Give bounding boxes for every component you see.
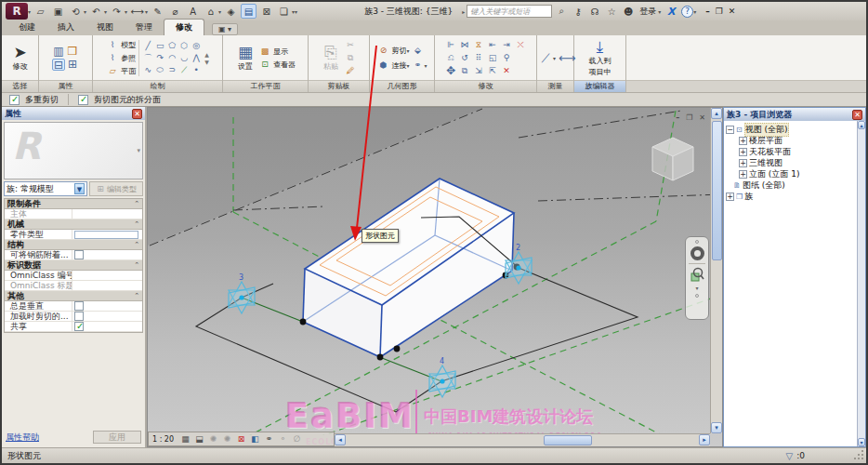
draw-scroll-up-icon[interactable]: ▲ bbox=[204, 51, 209, 58]
panel-label-select[interactable]: 选择 bbox=[2, 80, 38, 92]
rotate-icon[interactable]: ↺ bbox=[458, 52, 471, 64]
tree-item-3d-views[interactable]: + 三维视图 bbox=[726, 157, 857, 168]
crop-view-icon[interactable]: ⊠ bbox=[235, 434, 247, 444]
expand-icon[interactable]: + bbox=[739, 170, 747, 179]
trim-icon[interactable]: ⇥ bbox=[500, 39, 513, 51]
undo-caret-icon[interactable]: ▾ bbox=[104, 8, 107, 15]
shared-checkbox[interactable] bbox=[74, 322, 84, 331]
wall-joins-icon[interactable]: ⚭ bbox=[412, 60, 425, 72]
scale-button[interactable]: 1 : 20 bbox=[152, 435, 174, 444]
draw-circumscribed-polygon-icon[interactable]: ⬡ bbox=[178, 40, 191, 52]
sync-caret-icon[interactable]: ▾ bbox=[84, 8, 86, 15]
minimize-button[interactable]: – bbox=[705, 7, 710, 16]
navbar-dot[interactable] bbox=[695, 294, 699, 298]
tree-item-floor-plans[interactable]: + 楼层平面 bbox=[726, 135, 857, 146]
panel-label-draw[interactable]: 绘制 bbox=[93, 80, 222, 92]
sign-in-link[interactable]: 登录 bbox=[639, 6, 656, 18]
scroll-left-icon[interactable]: ◂ bbox=[335, 434, 346, 445]
scroll-right-icon[interactable]: ▸ bbox=[699, 434, 710, 445]
panel-display-toggle[interactable]: ▣ ▾ bbox=[212, 23, 238, 35]
draw-point-icon[interactable]: • bbox=[190, 64, 203, 76]
text-icon[interactable]: A bbox=[185, 4, 201, 19]
draw-scroll-down-icon[interactable]: ▼ bbox=[204, 59, 209, 65]
copy-icon[interactable]: ⧉ bbox=[344, 52, 357, 64]
prop-row-host[interactable]: 主体 bbox=[5, 209, 142, 219]
array-icon[interactable]: ⠿ bbox=[472, 52, 485, 64]
subscription-key-icon[interactable]: ⚷ bbox=[571, 7, 585, 17]
zoom-caret-icon[interactable]: ▾ bbox=[695, 285, 698, 291]
properties-close-icon[interactable]: ✕ bbox=[132, 109, 142, 119]
cut-geometry-button[interactable]: ⊘ 剪切 ▾ ⬙ bbox=[376, 45, 424, 57]
navbar-collapse-dot[interactable] bbox=[695, 240, 699, 244]
vertical-scrollbar[interactable]: ▴ ▾ bbox=[710, 108, 722, 433]
open-icon[interactable]: ▱ bbox=[33, 4, 48, 19]
tree-item-ceiling-plans[interactable]: + 天花板平面 bbox=[726, 146, 857, 157]
tree-item-views[interactable]: − ⊡ 视图 (全部) bbox=[726, 124, 857, 135]
visual-style-icon[interactable]: ⬓ bbox=[193, 434, 205, 444]
draw-plane-button[interactable]: ▱平面 bbox=[106, 65, 136, 77]
measure-caret-icon[interactable]: ▾ bbox=[553, 55, 556, 61]
undo-icon[interactable]: ↶ bbox=[88, 4, 104, 19]
draw-ellipse-icon[interactable]: ⬭ bbox=[153, 64, 166, 76]
browser-scroll-down-icon[interactable]: ▾ bbox=[858, 438, 865, 446]
load-into-project-button[interactable]: ⤓ 载入到 项目中 bbox=[586, 37, 614, 78]
filter-icon[interactable]: ▽ bbox=[786, 451, 794, 461]
delete-icon[interactable]: ✕ bbox=[500, 65, 513, 77]
show-crop-icon[interactable]: ◧ bbox=[249, 434, 261, 444]
properties-help-link[interactable]: 属性帮助 bbox=[6, 432, 39, 444]
view-minimize-icon[interactable]: – bbox=[676, 113, 679, 122]
drawing-area[interactable]: 3 2 4 EaBIM ECOLOGY & ARCHITECT bbox=[147, 107, 723, 447]
tab-manage[interactable]: 管理 bbox=[125, 20, 164, 35]
panel-label-clipboard[interactable]: 剪贴板 bbox=[309, 80, 369, 92]
sun-path-icon[interactable]: ✺ bbox=[207, 434, 219, 444]
tree-item-sheets[interactable]: 🗎 图纸 (全部) bbox=[726, 179, 857, 191]
user-icon[interactable]: ☻ bbox=[621, 7, 636, 17]
panel-label-work-plane[interactable]: 工作平面 bbox=[223, 80, 308, 92]
match-type-icon[interactable]: 🖉 bbox=[344, 65, 357, 77]
exchange-apps-icon[interactable]: X bbox=[663, 6, 679, 18]
draw-tangent-arc-icon[interactable]: ◠ bbox=[165, 52, 178, 64]
scroll-down-icon[interactable]: ▾ bbox=[711, 422, 722, 433]
view-restore-icon[interactable]: ❐ bbox=[686, 113, 692, 122]
measure-icon[interactable]: ⌀ bbox=[167, 4, 183, 19]
sign-in-caret-icon[interactable]: ▾ bbox=[658, 8, 661, 15]
extend-icon[interactable]: ⇤ bbox=[486, 39, 499, 51]
tab-insert[interactable]: 插入 bbox=[46, 20, 85, 35]
mirror-axis-icon[interactable]: ⋈ bbox=[458, 39, 471, 51]
type-properties-icon[interactable]: ⊞ bbox=[66, 59, 79, 71]
properties-palette-icon[interactable]: ▥ bbox=[52, 46, 65, 58]
zoom-tool-icon[interactable] bbox=[690, 267, 704, 282]
resize-grip[interactable] bbox=[852, 450, 863, 461]
help-icon[interactable]: ? bbox=[681, 6, 693, 18]
draw-model-line-button[interactable]: ⌇模型 bbox=[106, 39, 136, 51]
tab-modify[interactable]: 修改 bbox=[164, 19, 204, 35]
panel-label-geometry[interactable]: 几何图形 bbox=[370, 80, 434, 92]
reveal-hidden-icon[interactable]: ⚬ bbox=[277, 434, 289, 444]
horizontal-scroll-thumb[interactable] bbox=[544, 435, 592, 445]
dimension-caret-icon[interactable]: ▾ bbox=[145, 8, 148, 15]
search-icon[interactable]: ⌕ bbox=[554, 6, 569, 17]
panel-label-family-editor[interactable]: 族编辑器 bbox=[574, 80, 625, 92]
draw-partial-ellipse-icon[interactable]: ⊃ bbox=[165, 64, 178, 76]
temporary-hide-isolate-icon[interactable]: ⚭ bbox=[263, 434, 275, 444]
tree-item-families[interactable]: + ❒ 族 bbox=[726, 191, 857, 202]
save-icon[interactable]: ▣ bbox=[50, 4, 66, 19]
analysis-display-icon[interactable]: ∅ bbox=[291, 434, 303, 444]
sync-icon[interactable]: ⟲ bbox=[68, 4, 84, 19]
tag-icon[interactable]: ✎ bbox=[150, 4, 165, 19]
expand-icon[interactable]: + bbox=[739, 148, 747, 156]
favorites-star-icon[interactable]: ☆ bbox=[604, 7, 619, 17]
expand-icon[interactable]: + bbox=[726, 193, 734, 201]
browser-scroll-up-icon[interactable]: ▴ bbox=[858, 121, 865, 129]
draw-pick-line-icon[interactable]: ⟋ bbox=[178, 64, 191, 76]
scale-icon[interactable]: ◱ bbox=[486, 52, 499, 64]
maximize-button[interactable]: ❐ bbox=[716, 7, 723, 16]
mirror-pick-icon[interactable]: ⧖ bbox=[472, 39, 485, 51]
redo-caret-icon[interactable]: ▾ bbox=[125, 8, 127, 15]
qat-customize-icon[interactable]: ▾ bbox=[295, 8, 297, 15]
redo-icon[interactable]: ↷ bbox=[109, 4, 125, 19]
draw-arc-icon[interactable]: ⌒ bbox=[141, 52, 154, 64]
help-caret-icon[interactable]: ▾ bbox=[693, 8, 696, 15]
draw-fillet-arc-icon[interactable]: ◡ bbox=[178, 52, 191, 64]
browser-close-icon[interactable]: ✕ bbox=[852, 110, 862, 120]
